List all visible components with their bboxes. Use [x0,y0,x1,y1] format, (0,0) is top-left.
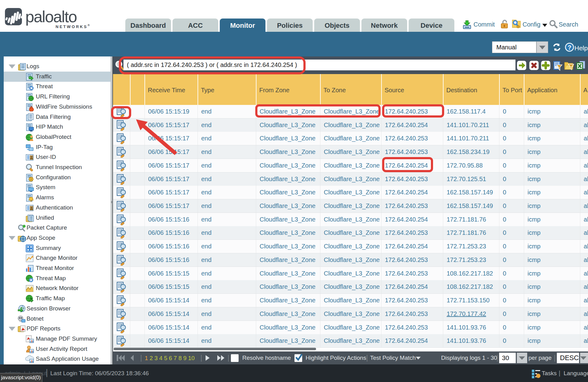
svg-text:?: ? [568,44,571,51]
svg-text:paloalto: paloalto [25,8,77,26]
